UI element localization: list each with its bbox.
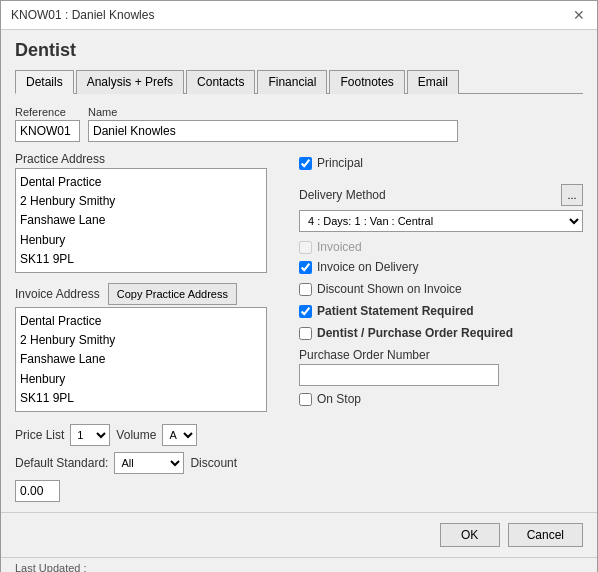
- tab-financial[interactable]: Financial: [257, 70, 327, 94]
- tab-email[interactable]: Email: [407, 70, 459, 94]
- invoice-on-delivery-row: Invoice on Delivery: [299, 260, 583, 274]
- name-field-group: Name: [88, 106, 458, 142]
- last-updated-text: Last Updated :: [15, 562, 87, 572]
- discount-shown-label: Discount Shown on Invoice: [317, 282, 462, 296]
- delivery-method-select[interactable]: 4 : Days: 1 : Van : Central: [299, 210, 583, 232]
- last-updated-bar: Last Updated :: [1, 557, 597, 572]
- volume-label: Volume: [116, 428, 156, 442]
- tab-contacts[interactable]: Contacts: [186, 70, 255, 94]
- discount-shown-row: Discount Shown on Invoice: [299, 282, 583, 296]
- price-list-select[interactable]: 1: [70, 424, 110, 446]
- bottom-controls-row: Price List 1 Volume A Default Standard: …: [15, 424, 285, 502]
- name-label: Name: [88, 106, 458, 118]
- footer-row: OK Cancel: [1, 512, 597, 557]
- cancel-button[interactable]: Cancel: [508, 523, 583, 547]
- principal-checkbox[interactable]: [299, 157, 312, 170]
- window-title: Dentist: [15, 40, 583, 61]
- main-body: Practice Address Dental Practice 2 Henbu…: [15, 152, 583, 502]
- dentist-purchase-checkbox[interactable]: [299, 327, 312, 340]
- invoice-address-box[interactable]: Dental Practice 2 Henbury Smithy Fanshaw…: [15, 307, 267, 412]
- invoice-address-label-row: Invoice Address Copy Practice Address: [15, 283, 285, 305]
- invoice-address-line-1: Dental Practice: [20, 312, 262, 331]
- delivery-method-ellipsis-button[interactable]: ...: [561, 184, 583, 206]
- dentist-purchase-row: Dentist / Purchase Order Required: [299, 326, 583, 340]
- practice-address-label-row: Practice Address: [15, 152, 285, 166]
- practice-address-line-2: 2 Henbury Smithy: [20, 192, 262, 211]
- left-column: Practice Address Dental Practice 2 Henbu…: [15, 152, 285, 502]
- invoice-on-delivery-checkbox[interactable]: [299, 261, 312, 274]
- on-stop-label: On Stop: [317, 392, 361, 406]
- invoice-address-line-5: SK11 9PL: [20, 389, 262, 408]
- ok-button[interactable]: OK: [440, 523, 500, 547]
- patient-statement-label: Patient Statement Required: [317, 304, 474, 318]
- practice-address-line-3: Fanshawe Lane: [20, 211, 262, 230]
- discount-shown-checkbox[interactable]: [299, 283, 312, 296]
- reference-label: Reference: [15, 106, 80, 118]
- delivery-method-row: Delivery Method ...: [299, 184, 583, 206]
- discount-input[interactable]: [15, 480, 60, 502]
- tab-details[interactable]: Details: [15, 70, 74, 94]
- invoice-on-delivery-label: Invoice on Delivery: [317, 260, 418, 274]
- close-button[interactable]: ✕: [571, 7, 587, 23]
- purchase-order-label: Purchase Order Number: [299, 348, 583, 362]
- practice-address-line-5: SK11 9PL: [20, 250, 262, 269]
- invoice-address-line-3: Fanshawe Lane: [20, 350, 262, 369]
- on-stop-checkbox[interactable]: [299, 393, 312, 406]
- practice-address-line-1: Dental Practice: [20, 173, 262, 192]
- tab-analysis-prefs[interactable]: Analysis + Prefs: [76, 70, 184, 94]
- name-input[interactable]: [88, 120, 458, 142]
- invoice-address-label: Invoice Address: [15, 287, 100, 301]
- right-column: Principal Delivery Method ... 4 : Days: …: [299, 152, 583, 502]
- invoiced-checkbox[interactable]: [299, 241, 312, 254]
- invoice-address-line-2: 2 Henbury Smithy: [20, 331, 262, 350]
- default-standard-label: Default Standard:: [15, 456, 108, 470]
- dentist-purchase-label: Dentist / Purchase Order Required: [317, 326, 513, 340]
- on-stop-row: On Stop: [299, 392, 583, 406]
- delivery-method-label: Delivery Method: [299, 188, 386, 202]
- practice-address-box[interactable]: Dental Practice 2 Henbury Smithy Fanshaw…: [15, 168, 267, 273]
- reference-input[interactable]: [15, 120, 80, 142]
- discount-label: Discount: [190, 456, 237, 470]
- tab-footnotes[interactable]: Footnotes: [329, 70, 404, 94]
- patient-statement-row: Patient Statement Required: [299, 304, 583, 318]
- main-window: KNOW01 : Daniel Knowles ✕ Dentist Detail…: [0, 0, 598, 572]
- volume-select[interactable]: A: [162, 424, 197, 446]
- price-list-label: Price List: [15, 428, 64, 442]
- ref-name-row: Reference Name: [15, 106, 583, 142]
- title-bar: KNOW01 : Daniel Knowles ✕: [1, 1, 597, 30]
- invoiced-row: Invoiced: [299, 240, 583, 254]
- invoice-address-line-4: Henbury: [20, 370, 262, 389]
- purchase-order-input[interactable]: [299, 364, 499, 386]
- default-standard-select[interactable]: All: [114, 452, 184, 474]
- reference-field-group: Reference: [15, 106, 80, 142]
- patient-statement-checkbox[interactable]: [299, 305, 312, 318]
- title-bar-text: KNOW01 : Daniel Knowles: [11, 8, 154, 22]
- principal-row: Principal: [299, 156, 583, 170]
- practice-address-label: Practice Address: [15, 152, 105, 166]
- window-content: Dentist Details Analysis + Prefs Contact…: [1, 30, 597, 512]
- purchase-order-group: Purchase Order Number: [299, 348, 583, 392]
- practice-address-line-4: Henbury: [20, 231, 262, 250]
- invoiced-label: Invoiced: [317, 240, 362, 254]
- copy-practice-address-button[interactable]: Copy Practice Address: [108, 283, 237, 305]
- principal-label: Principal: [317, 156, 363, 170]
- tabs-bar: Details Analysis + Prefs Contacts Financ…: [15, 69, 583, 94]
